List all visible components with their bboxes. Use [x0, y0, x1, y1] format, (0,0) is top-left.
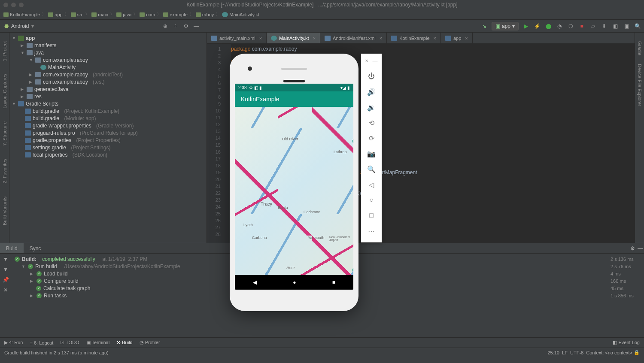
volume-up-icon[interactable]: 🔊 — [367, 87, 376, 97]
android-navbar[interactable]: ◀ ● ■ — [235, 275, 353, 290]
device-screen[interactable]: 2:38 ⚙ ◧ ▮ ▾◢ ▮ KotlinExample Tracy Lath… — [235, 84, 353, 290]
rail-device-explorer[interactable]: Device File Explorer — [637, 64, 642, 106]
crumb-project[interactable]: KotlinExample — [3, 12, 40, 17]
avd-icon[interactable]: ▱ — [589, 22, 597, 30]
build-hide-icon[interactable]: — — [636, 245, 644, 252]
tree-manifests[interactable]: ▶manifests — [9, 42, 207, 49]
tree-pkg-androidtest[interactable]: ▶com.example.raboy (androidTest) — [9, 71, 207, 78]
tree-java[interactable]: ▼java — [9, 49, 207, 56]
rail-structure[interactable]: 7: Structure — [2, 121, 7, 146]
build-tab-sync[interactable]: Sync — [24, 243, 47, 253]
debug-icon[interactable]: ⬤ — [544, 22, 552, 30]
tree-bg2[interactable]: build.gradle (Module: app) — [9, 115, 207, 122]
collapse-icon[interactable]: ÷ — [172, 22, 179, 30]
sync-icon[interactable]: ↘ — [480, 22, 488, 30]
volume-down-icon[interactable]: 🔉 — [367, 103, 376, 112]
assist-icon[interactable]: ▣ — [623, 22, 630, 30]
power-icon[interactable]: ⏻ — [367, 72, 376, 81]
screenshot-icon[interactable]: 📷 — [367, 149, 376, 158]
nav-recent-icon[interactable]: ■ — [332, 279, 335, 285]
nav-home-icon[interactable]: ● — [293, 279, 296, 285]
rail-captures[interactable]: Layout Captures — [2, 74, 7, 109]
bottom-profiler[interactable]: ◔ Profiler — [140, 340, 160, 345]
bottom-logcat[interactable]: ≡ 6: Logcat — [30, 340, 53, 345]
rotate-right-icon[interactable]: ⟳ — [367, 133, 376, 143]
tree-res[interactable]: ▶res — [9, 93, 207, 100]
rail-favorites[interactable]: 2: Favorites — [2, 159, 7, 183]
status-enc[interactable]: UTF-8 — [570, 350, 583, 355]
bottom-build[interactable]: ⚒ Build — [116, 340, 133, 345]
breadcrumb: KotlinExample〉 app〉 src〉 main〉 java〉 com… — [0, 9, 644, 20]
collapse-tree-icon[interactable]: ▼ — [2, 266, 9, 273]
tab-app[interactable]: app× — [441, 33, 473, 43]
bottom-terminal[interactable]: ▣ Terminal — [86, 340, 109, 345]
overview-icon[interactable]: □ — [367, 211, 376, 220]
nav-back-icon[interactable]: ◀ — [253, 279, 257, 285]
status-lf[interactable]: LF — [562, 350, 568, 355]
rotate-left-icon[interactable]: ⟲ — [367, 118, 376, 127]
tab-kotlinexample[interactable]: KotlinExample× — [387, 33, 441, 43]
bottom-eventlog[interactable]: ◧ Event Log — [613, 340, 640, 345]
map-view[interactable]: Tracy Lathrop Old River Banta Cochrane L… — [235, 107, 353, 275]
zoom-icon[interactable]: 🔍 — [367, 164, 376, 174]
crumb-app[interactable]: app — [48, 12, 62, 17]
emulator-window[interactable]: 2:38 ⚙ ◧ ▮ ▾◢ ▮ KotlinExample Tracy Lath… — [230, 54, 382, 311]
status-context[interactable]: Context: <no context> — [586, 350, 632, 355]
settings-icon[interactable]: ⚙ — [182, 22, 190, 30]
sdk-icon[interactable]: ⬇ — [600, 22, 608, 30]
run-icon[interactable]: ▶ — [522, 22, 530, 30]
build-settings-icon[interactable]: ⚙ — [629, 245, 636, 252]
build-tool-strip: ▼ ▼ 📌 ✕ — [0, 254, 11, 337]
emu-minimize-icon[interactable]: — — [373, 58, 378, 64]
tree-app[interactable]: ▼app — [9, 34, 207, 42]
tree-gradle[interactable]: ▼Gradle Scripts — [9, 100, 207, 107]
tree-gw[interactable]: gradle-wrapper.properties (Gradle Versio… — [9, 122, 207, 129]
tree-gp[interactable]: gradle.properties (Project Properties) — [9, 136, 207, 144]
target-icon[interactable]: ⊕ — [161, 22, 169, 30]
tree-mainactivity[interactable]: MainActivity — [9, 64, 207, 71]
layout-inspect-icon[interactable]: ◧ — [611, 22, 619, 30]
window-controls[interactable] — [3, 3, 24, 7]
tree-sg[interactable]: settings.gradle (Project Settings) — [9, 144, 207, 151]
apply-changes-icon[interactable]: ⚡ — [533, 22, 541, 30]
tree-pkg-main[interactable]: ▼com.example.raboy — [9, 56, 207, 64]
bottom-run[interactable]: ▶ 4: Run — [4, 340, 23, 345]
back-icon[interactable]: ◁ — [367, 180, 376, 189]
hide-icon[interactable]: — — [192, 22, 200, 30]
project-mode[interactable]: Android — [11, 23, 29, 29]
device-frame: 2:38 ⚙ ◧ ▮ ▾◢ ▮ KotlinExample Tracy Lath… — [230, 54, 358, 311]
search-icon[interactable]: 🔍 — [634, 22, 641, 30]
rail-project[interactable]: 1: Project — [2, 41, 7, 61]
bottom-todo[interactable]: ☑ TODO — [60, 340, 79, 345]
more-icon[interactable]: ⋯ — [367, 226, 376, 236]
tree-bg1[interactable]: build.gradle (Project: KotlinExample) — [9, 107, 207, 115]
project-tree[interactable]: ▼app ▶manifests ▼java ▼com.example.raboy… — [9, 33, 207, 243]
crumb-raboy[interactable]: raboy — [196, 12, 214, 17]
expand-icon[interactable]: ▼ — [2, 255, 9, 263]
crumb-com[interactable]: com — [140, 12, 155, 17]
emu-close-icon[interactable]: × — [365, 58, 368, 64]
tab-mainactivity[interactable]: MainActivity.kt× — [267, 33, 320, 43]
crumb-src[interactable]: src — [71, 12, 84, 17]
run-config-selector[interactable]: ▣app▾ — [492, 22, 519, 30]
tree-pg[interactable]: proguard-rules.pro (ProGuard Rules for a… — [9, 129, 207, 136]
pin-icon[interactable]: 📌 — [2, 276, 9, 284]
profile-icon[interactable]: ◔ — [556, 22, 563, 30]
rail-variants[interactable]: Build Variants — [2, 197, 7, 225]
tree-lp[interactable]: local.properties (SDK Location) — [9, 151, 207, 158]
tree-pkg-test[interactable]: ▶com.example.raboy (test) — [9, 78, 207, 85]
close-build-icon[interactable]: ✕ — [2, 286, 9, 294]
tree-gen[interactable]: ▶generatedJava — [9, 85, 207, 93]
attach-icon[interactable]: ⬡ — [567, 22, 574, 30]
crumb-java[interactable]: java — [116, 12, 131, 17]
stop-icon[interactable]: ■ — [578, 22, 586, 30]
tab-activity-main[interactable]: activity_main.xml× — [207, 33, 267, 43]
build-tab-build[interactable]: Build — [0, 243, 24, 253]
android-statusbar: 2:38 ⚙ ◧ ▮ ▾◢ ▮ — [235, 84, 353, 91]
home-icon[interactable]: ○ — [367, 195, 376, 205]
tab-manifest[interactable]: AndroidManifest.xml× — [320, 33, 387, 43]
rail-gradle[interactable]: Gradle — [637, 41, 642, 55]
crumb-file[interactable]: MainActivity.kt — [222, 12, 259, 17]
crumb-main[interactable]: main — [91, 12, 108, 17]
crumb-example[interactable]: example — [163, 12, 188, 17]
